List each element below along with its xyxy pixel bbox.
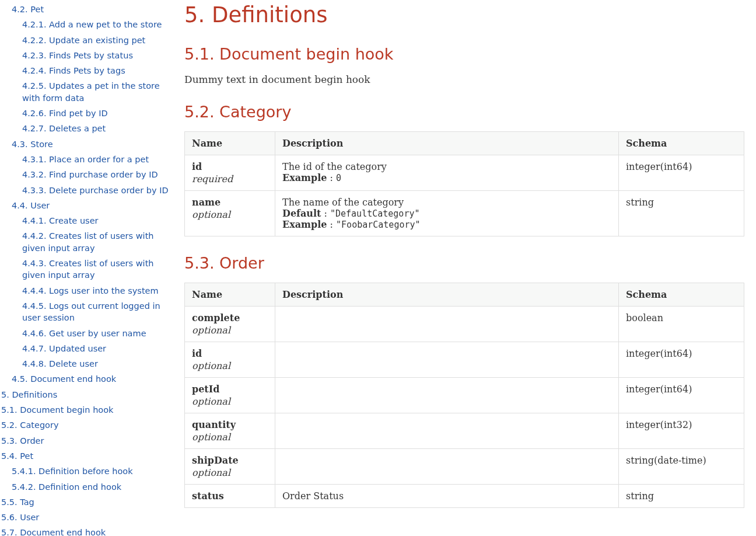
toc-link[interactable]: 5.1. Document begin hook — [1, 402, 173, 417]
field-name: id — [192, 161, 202, 172]
toc-link[interactable]: 4.3. Store — [12, 137, 173, 152]
category-table: Name Description Schema idrequiredThe id… — [184, 131, 744, 236]
table-row: idoptionalinteger(int64) — [185, 342, 744, 378]
section-heading-definitions: 5. Definitions — [184, 2, 744, 27]
field-schema: integer(int64) — [619, 155, 744, 191]
field-schema: string — [619, 191, 744, 236]
toc-link[interactable]: 4.2.6. Find pet by ID — [22, 106, 173, 121]
field-required: optional — [192, 325, 268, 336]
toc-link[interactable]: 5.5. Tag — [1, 495, 173, 510]
toc-link[interactable]: 5.2. Category — [1, 417, 173, 433]
toc-link[interactable]: 4.2.1. Add a new pet to the store — [22, 17, 173, 32]
toc-link[interactable]: 4.5. Document end hook — [12, 371, 173, 387]
table-row: shipDateoptionalstring(date-time) — [185, 449, 744, 485]
field-desc: Order Status — [282, 490, 611, 502]
field-schema: string — [619, 485, 744, 508]
table-row: idrequiredThe id of the categoryExample … — [185, 155, 744, 191]
toc-link[interactable]: 5. Definitions — [1, 387, 173, 402]
toc-link[interactable]: 4.4.1. Create user — [22, 213, 173, 228]
toc-link[interactable]: 4.4.4. Logs user into the system — [22, 283, 173, 298]
field-name: petId — [192, 384, 219, 395]
toc-sidebar[interactable]: ... Document begin hook4.2. Pet4.2.1. Ad… — [0, 0, 173, 536]
toc-link[interactable]: 4.2. Pet — [12, 2, 173, 17]
field-desc: The id of the category — [282, 161, 611, 172]
field-name: complete — [192, 312, 240, 323]
toc-link[interactable]: 4.4.3. Creates list of users with given … — [22, 256, 173, 283]
toc-link[interactable]: 4.4.5. Logs out current logged in user s… — [22, 298, 173, 326]
toc-link[interactable]: 5.4. Pet — [1, 448, 173, 464]
section-heading-53: 5.3. Order — [184, 254, 744, 272]
field-required: optional — [192, 396, 268, 407]
toc-link[interactable]: 4.4.2. Creates list of users with given … — [22, 228, 173, 256]
field-name: id — [192, 348, 202, 359]
main-content: 5. Definitions 5.1. Document begin hook … — [173, 0, 756, 536]
toc-link[interactable]: 4.2.3. Finds Pets by status — [22, 48, 173, 63]
section-heading-51: 5.1. Document begin hook — [184, 45, 744, 63]
toc-link[interactable]: 4.2.4. Finds Pets by tags — [22, 63, 173, 78]
field-name: shipDate — [192, 455, 239, 466]
table-row: completeoptionalboolean — [185, 307, 744, 342]
field-schema: string(date-time) — [619, 449, 744, 485]
field-required: optional — [192, 467, 268, 478]
col-name: Name — [185, 132, 275, 155]
field-desc: The name of the category — [282, 197, 611, 208]
col-schema: Schema — [619, 283, 744, 307]
col-name: Name — [185, 283, 275, 307]
col-desc: Description — [275, 283, 619, 307]
toc-link[interactable]: 5.6. User — [1, 510, 173, 525]
field-required: optional — [192, 360, 268, 371]
toc-link[interactable]: 4.4. User — [12, 198, 173, 213]
table-row: nameoptionalThe name of the categoryDefa… — [185, 191, 744, 236]
toc-link[interactable]: 4.3.2. Find purchase order by ID — [22, 167, 173, 182]
field-schema: integer(int64) — [619, 342, 744, 378]
field-required: optional — [192, 431, 268, 443]
section-51-text: Dummy text in document begin hook — [184, 74, 744, 85]
field-schema: integer(int32) — [619, 413, 744, 449]
order-table: Name Description Schema completeoptional… — [184, 283, 744, 508]
toc-link[interactable]: 4.3.3. Delete purchase order by ID — [22, 183, 173, 198]
field-schema: boolean — [619, 307, 744, 342]
toc-link[interactable]: 5.3. Order — [1, 433, 173, 448]
toc-link[interactable]: 5.4.1. Definition before hook — [12, 464, 173, 479]
col-schema: Schema — [619, 132, 744, 155]
table-row: petIdoptionalinteger(int64) — [185, 378, 744, 413]
toc-link[interactable]: 4.4.6. Get user by user name — [22, 326, 173, 341]
table-row: quantityoptionalinteger(int32) — [185, 413, 744, 449]
toc-link[interactable]: 4.4.7. Updated user — [22, 341, 173, 356]
toc-link[interactable]: 4.4.8. Delete user — [22, 356, 173, 371]
toc-link[interactable]: 4.2.5. Updates a pet in the store with f… — [22, 78, 173, 106]
field-name: quantity — [192, 419, 236, 430]
table-row: statusOrder Statusstring — [185, 485, 744, 508]
field-required: optional — [192, 209, 268, 220]
field-schema: integer(int64) — [619, 378, 744, 413]
field-name: name — [192, 197, 220, 208]
field-name: status — [192, 490, 224, 502]
toc-link[interactable]: 5.4.2. Definition end hook — [12, 479, 173, 495]
toc-link[interactable]: 5.7. Document end hook — [1, 525, 173, 536]
field-required: required — [192, 173, 268, 185]
col-desc: Description — [275, 132, 619, 155]
toc-link[interactable]: 4.2.2. Update an existing pet — [22, 33, 173, 48]
toc-link[interactable]: 4.2.7. Deletes a pet — [22, 121, 173, 136]
toc-link[interactable]: 4.3.1. Place an order for a pet — [22, 152, 173, 167]
section-heading-52: 5.2. Category — [184, 103, 744, 121]
